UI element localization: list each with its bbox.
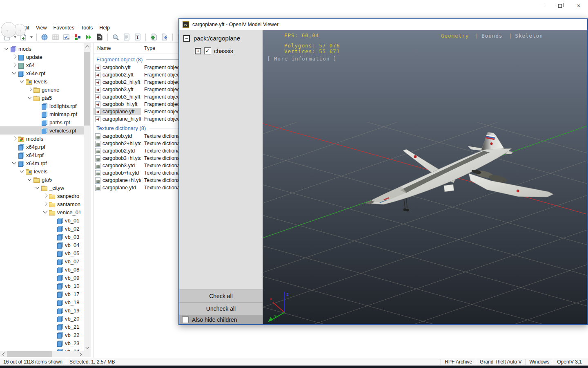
run-icon[interactable] (84, 33, 94, 42)
column-header-type[interactable]: Type (141, 45, 155, 51)
expander-chevron-icon[interactable] (34, 111, 41, 117)
export-icon[interactable] (160, 33, 169, 42)
uncheck-all-button[interactable]: Uncheck all (179, 302, 263, 315)
tree-item[interactable]: mods (0, 45, 84, 53)
expander-chevron-icon[interactable] (34, 119, 41, 126)
expander-chevron-icon[interactable] (34, 127, 41, 134)
expander-chevron-icon[interactable] (50, 283, 56, 289)
expander-chevron-icon[interactable] (42, 193, 49, 199)
tree-item[interactable]: vb_22 (0, 331, 84, 339)
expander-chevron-icon[interactable] (42, 209, 49, 215)
expander-chevron-icon[interactable] (50, 307, 56, 314)
tree-item[interactable]: levels (0, 77, 84, 85)
scroll-left-icon[interactable] (0, 351, 7, 358)
tree-horizontal-scrollbar[interactable] (0, 351, 84, 357)
tree-item[interactable]: vb_01 (0, 216, 84, 224)
expander-chevron-icon[interactable] (11, 62, 18, 68)
tree-item[interactable]: vb_18 (0, 298, 84, 306)
tree-item[interactable]: vb_20 (0, 314, 84, 323)
expander-chevron-icon[interactable] (3, 45, 10, 52)
scroll-up-icon[interactable] (84, 43, 91, 50)
model-viewer-titlebar[interactable]: IV cargoplane.yft - OpenIV Model Viewer (179, 19, 587, 30)
also-hide-children-checkbox[interactable] (182, 316, 189, 323)
scroll-down-icon[interactable] (84, 344, 91, 351)
scrollbar-thumb[interactable] (84, 52, 90, 126)
palette-icon[interactable] (73, 33, 82, 42)
table-icon[interactable] (51, 33, 60, 42)
more-information-link[interactable]: [ More information ] (267, 56, 337, 62)
tree-item[interactable]: x64 (0, 61, 84, 69)
tree-item[interactable]: vb_08 (0, 265, 84, 274)
scrollbar-thumb[interactable] (7, 351, 52, 357)
tree-item[interactable]: vb_24 (0, 347, 84, 351)
expander-chevron-icon[interactable] (11, 135, 18, 142)
viewer-tab[interactable]: Skeleton (515, 33, 543, 39)
expander-chevron-icon[interactable] (50, 299, 56, 305)
expander-chevron-icon[interactable] (11, 152, 18, 158)
tree-item[interactable]: vb_19 (0, 306, 84, 314)
import-icon[interactable] (149, 33, 158, 42)
expander-chevron-icon[interactable] (42, 201, 49, 207)
model-child-row[interactable]: + ✓ chassis (179, 42, 263, 54)
tree-item[interactable]: paths.rpf (0, 118, 84, 126)
visibility-checkbox[interactable]: ✓ (204, 47, 211, 54)
expand-box-icon[interactable]: + (195, 48, 201, 54)
tree-item[interactable]: vb_04 (0, 241, 84, 249)
back-button[interactable]: ← (1, 22, 16, 38)
verify-icon[interactable] (62, 33, 71, 42)
preview-icon[interactable] (111, 33, 120, 42)
menu-item[interactable]: View (33, 24, 50, 31)
tree-vertical-scrollbar[interactable] (84, 43, 91, 351)
column-header-name[interactable]: Name (94, 45, 141, 51)
viewport-3d[interactable]: z x y FPS: 60,04 Polygons: 57 076 Vertic… (263, 30, 587, 324)
tree-item[interactable]: generic (0, 85, 84, 94)
expander-chevron-icon[interactable] (50, 250, 56, 256)
tree-item[interactable]: vb_02 (0, 224, 84, 233)
viewer-tab[interactable]: Geometry (441, 33, 469, 39)
expander-chevron-icon[interactable] (50, 348, 56, 351)
tree-item[interactable]: _cityw (0, 184, 84, 192)
tree-item[interactable]: x64g.rpf (0, 143, 84, 151)
expander-chevron-icon[interactable] (27, 176, 33, 183)
expander-chevron-icon[interactable] (50, 291, 56, 297)
expander-chevron-icon[interactable] (27, 94, 33, 101)
tree-item[interactable]: update (0, 53, 84, 61)
text-editor-icon[interactable] (122, 33, 131, 42)
tree-item[interactable]: vb_07 (0, 257, 84, 265)
expander-chevron-icon[interactable] (50, 274, 56, 281)
tree-item[interactable]: gta5 (0, 94, 84, 102)
tree-item[interactable]: vehicles.rpf (0, 126, 84, 135)
expander-chevron-icon[interactable] (19, 78, 25, 85)
tree-item[interactable]: x64m.rpf (0, 159, 84, 167)
tree-item[interactable]: vb_09 (0, 274, 84, 282)
tree-item[interactable]: x64l.rpf (0, 151, 84, 159)
viewer-tab[interactable]: Bounds (481, 33, 502, 39)
expander-chevron-icon[interactable] (11, 70, 18, 76)
expander-chevron-icon[interactable] (11, 54, 18, 60)
menu-item[interactable]: Tools (78, 24, 96, 31)
expander-chevron-icon[interactable] (50, 340, 56, 346)
expander-chevron-icon[interactable] (11, 144, 18, 150)
expander-chevron-icon[interactable] (19, 168, 25, 175)
export-page-icon[interactable] (95, 33, 105, 42)
add-document-dropdown[interactable] (29, 33, 33, 42)
minimize-button[interactable] (532, 0, 550, 11)
tree-item[interactable]: models (0, 135, 84, 143)
menu-item[interactable]: Help (96, 24, 113, 31)
expander-chevron-icon[interactable] (50, 332, 56, 338)
check-all-button[interactable]: Check all (179, 289, 263, 302)
tree-item[interactable]: vb_23 (0, 339, 84, 347)
tree-item[interactable]: x64e.rpf (0, 69, 84, 77)
expander-chevron-icon[interactable] (27, 86, 33, 93)
main-titlebar[interactable]: × (0, 0, 588, 11)
expander-chevron-icon[interactable] (50, 315, 56, 322)
expander-chevron-icon[interactable] (50, 323, 56, 330)
tree-item[interactable]: venice_01 (0, 208, 84, 216)
expander-chevron-icon[interactable] (50, 258, 56, 265)
tree-item[interactable]: vb_17 (0, 290, 84, 298)
tree-item[interactable]: levels (0, 167, 84, 175)
tree-item[interactable]: sanpedro_ (0, 192, 84, 200)
tree-item[interactable]: santamon (0, 200, 84, 208)
tree-item[interactable]: lodlights.rpf (0, 102, 84, 110)
tree-item[interactable]: vb_10 (0, 282, 84, 290)
